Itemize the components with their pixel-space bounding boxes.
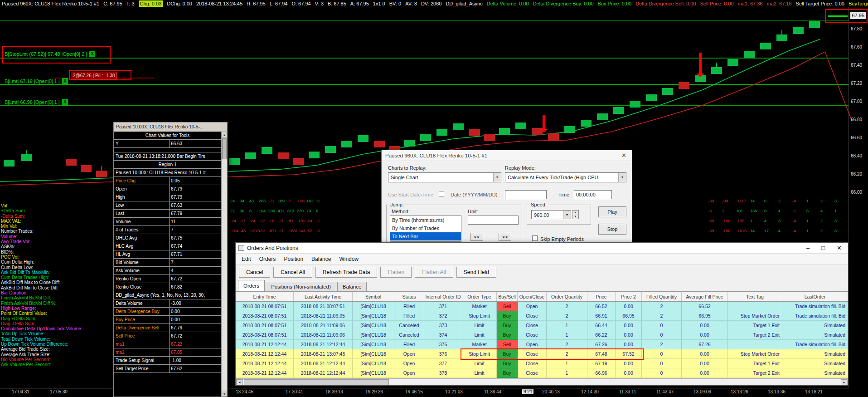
column-header[interactable]: Price [587, 292, 616, 301]
order-row[interactable]: 2018-08-21 12:12:442018-08-21 13:07:45[S… [236, 349, 848, 359]
order-row[interactable]: 2018-08-21 08:07:512018-08-21 11:09:06[S… [236, 321, 848, 330]
tab-orders[interactable]: Orders [238, 280, 265, 291]
renko-candle [499, 128, 510, 135]
column-header[interactable]: Average Fill Price [682, 292, 728, 301]
horizontal-scrollbar[interactable]: ◄ ► [236, 378, 848, 385]
window-titlebar[interactable]: Orders And Positions – □ ✕ [236, 243, 848, 254]
order-row[interactable]: 2018-08-21 08:07:512018-08-21 11:09:05[S… [236, 311, 848, 321]
tab-positions[interactable]: Positions (Non-simulated) [266, 282, 336, 291]
date-input[interactable] [505, 190, 547, 199]
order-cell: Close [518, 368, 547, 378]
orders-and-positions-window: Orders And Positions – □ ✕ EditOrdersPos… [235, 242, 849, 386]
use-start-datetime-checkbox[interactable] [439, 191, 444, 196]
column-header[interactable]: Symbol [353, 292, 394, 301]
scroll-up-icon[interactable]: ▲ [222, 132, 227, 137]
order-cell: 66.44 [587, 321, 616, 330]
jump-method-list[interactable]: By Time (hh:mm:ss.ms)By Number of Trades… [390, 216, 461, 242]
jump-method-option[interactable]: By Number of Trades [390, 224, 461, 232]
charts-to-replay-select[interactable]: Single Chart ▼ [388, 172, 501, 182]
order-cancel-button[interactable]: X [62, 99, 68, 105]
column-header[interactable]: Last Activity Time [294, 292, 353, 301]
column-header[interactable]: Price 2 [616, 292, 642, 301]
close-icon[interactable]: ✕ [620, 152, 628, 159]
order-cell: [Sim]CLU18 [353, 368, 394, 378]
menu-item-position[interactable]: Position [280, 256, 307, 262]
speed-select[interactable]: 960.00 ▼ [531, 210, 571, 219]
jump-back-button[interactable]: << [470, 233, 483, 241]
dialog-titlebar[interactable]: Paused 960X: CLU18 Flex Renko 10-5-1 #1 … [382, 150, 632, 161]
order-cell: Buy [497, 311, 518, 321]
send-held-button[interactable]: Send Held [456, 267, 496, 278]
refresh-trade-data-button[interactable]: Refresh Trade Data [315, 267, 378, 278]
jump-method-option[interactable]: To Next Bar [390, 232, 461, 240]
maximize-icon[interactable]: □ [821, 245, 825, 251]
column-header[interactable]: LastOrder [782, 292, 848, 301]
renko-candle [613, 107, 624, 114]
cancel-button[interactable]: Cancel [239, 267, 270, 278]
delta-number: -691 [297, 199, 305, 203]
column-header[interactable]: Entry Time [236, 292, 294, 301]
time-axis-label: 12:14:30 [581, 389, 599, 394]
jump-method-label: Method: [392, 209, 410, 214]
delta-number: 2 [778, 199, 781, 203]
scroll-right-icon[interactable]: ► [841, 379, 848, 385]
chart-values-window-title[interactable]: Paused 10.00X: CLU18 Flex Renko 10-5-... [114, 123, 227, 132]
order-cancel-button[interactable]: X [89, 51, 95, 57]
time-axis-label: 20:40:13 [542, 389, 560, 394]
order-cell: 0.00 [682, 359, 728, 368]
flatten-button[interactable]: Flatten [380, 267, 412, 278]
play-button[interactable]: Play [598, 206, 626, 217]
status-segment: Sell Price: 0.00 [700, 0, 733, 7]
order-row[interactable]: 2018-08-21 08:07:512018-08-21 08:07:51[S… [236, 302, 848, 311]
close-icon[interactable]: ✕ [837, 245, 842, 251]
order-row[interactable]: 2018-08-21 12:12:442018-08-21 12:12:44[S… [236, 359, 848, 368]
skip-empty-periods-checkbox[interactable] [532, 235, 538, 241]
delta-number: 4 [778, 209, 781, 213]
cancel-all-button[interactable]: Cancel All [273, 267, 312, 278]
delta-number: -3 [316, 229, 320, 233]
column-header[interactable]: Filled Quantity [642, 292, 682, 301]
order-row[interactable]: 2018-08-21 08:07:512018-08-21 11:09:06[S… [236, 330, 848, 340]
order-cancel-button[interactable]: X [62, 78, 68, 84]
speed-spinner[interactable]: ▲▼ [572, 210, 579, 219]
window-icon [238, 245, 244, 251]
delta-number: -99 [722, 199, 728, 203]
menu-item-edit[interactable]: Edit [238, 256, 255, 262]
replay-mode-select[interactable]: Calculate At Every Tick/Trade (High CPU … [505, 172, 626, 182]
order-row[interactable]: 2018-08-21 12:12:442018-08-21 12:12:44[S… [236, 368, 848, 378]
time-input[interactable]: 00:00:00 [574, 190, 612, 199]
column-header[interactable]: Text Tag [728, 292, 782, 301]
scroll-left-icon[interactable]: ◄ [236, 379, 243, 385]
delta-number: -1881 [287, 229, 298, 233]
column-header[interactable]: Order Quantity [547, 292, 587, 301]
chevron-down-icon[interactable]: ▼ [618, 173, 626, 182]
menu-item-orders[interactable]: Orders [255, 256, 280, 262]
order-cell: 0 [642, 349, 682, 359]
renko-candle [341, 141, 352, 147]
scrollbar-thumb[interactable] [222, 138, 227, 159]
menu-item-window[interactable]: Window [335, 256, 363, 262]
column-header[interactable]: Order Type [462, 292, 497, 301]
chevron-down-icon[interactable]: ▼ [493, 173, 501, 182]
scrollbar-thumb[interactable] [244, 379, 389, 385]
order-row[interactable]: 2018-08-21 12:12:442018-08-21 12:12:44[S… [236, 340, 848, 349]
jump-forward-button[interactable]: >> [499, 233, 511, 241]
column-header[interactable]: Internal Order ID [424, 292, 462, 301]
flatten-all-button[interactable]: Flatten All [415, 267, 453, 278]
column-header[interactable]: Status [394, 292, 424, 301]
order-cell: 2018-08-21 12:12:44 [236, 349, 294, 359]
delta-number: 6 [316, 209, 318, 213]
jump-method-option[interactable]: By Time (hh:mm:ss.ms) [390, 216, 461, 224]
chevron-down-icon[interactable]: ▼ [563, 211, 571, 219]
price-axis[interactable]: 67.8067.6067.4067.2067.0066.8066.6066.40… [849, 0, 868, 397]
column-header[interactable]: Open/Close [518, 292, 547, 301]
tab-balance[interactable]: Balance [337, 282, 367, 291]
stop-button[interactable]: Stop [598, 224, 626, 235]
jump-unit-input[interactable] [468, 216, 519, 225]
delta-number: -39 [708, 229, 714, 233]
column-header[interactable]: Buy/Sell [497, 292, 518, 301]
vertical-scrollbar[interactable]: ▲ ▼ [221, 132, 227, 397]
menu-item-balance[interactable]: Balance [307, 256, 335, 262]
minimize-icon[interactable]: – [806, 245, 810, 251]
scroll-down-icon[interactable]: ▼ [222, 391, 227, 397]
